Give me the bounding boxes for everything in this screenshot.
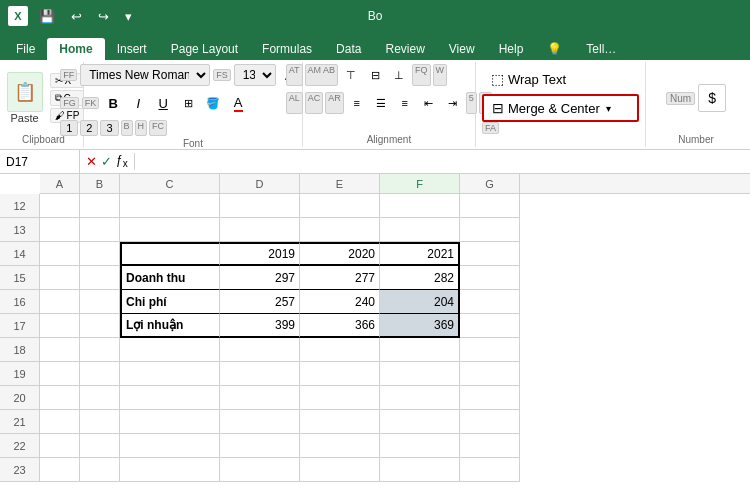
row-num-14[interactable]: 14 — [0, 242, 39, 266]
cell-f23[interactable] — [380, 458, 460, 482]
cell-b17[interactable] — [80, 314, 120, 338]
bold-button[interactable]: B — [102, 92, 124, 114]
cell-d12[interactable] — [220, 194, 300, 218]
cell-e21[interactable] — [300, 410, 380, 434]
confirm-formula-icon[interactable]: ✓ — [101, 154, 112, 169]
cell-c22[interactable] — [120, 434, 220, 458]
font-name-selector[interactable]: Times New Roman Arial Calibri — [80, 64, 210, 86]
cell-f12[interactable] — [380, 194, 460, 218]
fill-color-button[interactable]: 🪣 — [202, 92, 224, 114]
cell-c15[interactable]: Doanh thu — [120, 266, 220, 290]
tab-help[interactable]: Help — [487, 38, 536, 60]
row-num-20[interactable]: 20 — [0, 386, 39, 410]
redo-button[interactable]: ↪ — [93, 7, 114, 26]
cell-d17[interactable]: 399 — [220, 314, 300, 338]
cell-d15[interactable]: 297 — [220, 266, 300, 290]
cell-f13[interactable] — [380, 218, 460, 242]
cancel-formula-icon[interactable]: ✕ — [86, 154, 97, 169]
tab-formulas[interactable]: Formulas — [250, 38, 324, 60]
font-size-selector[interactable]: 13 11 12 14 — [234, 64, 276, 86]
row-num-18[interactable]: 18 — [0, 338, 39, 362]
cell-g17[interactable] — [460, 314, 520, 338]
row-num-12[interactable]: 12 — [0, 194, 39, 218]
cell-c13[interactable] — [120, 218, 220, 242]
cell-b15[interactable] — [80, 266, 120, 290]
cell-e13[interactable] — [300, 218, 380, 242]
cell-e23[interactable] — [300, 458, 380, 482]
col-header-b[interactable]: B — [80, 174, 120, 193]
right-align-button[interactable]: ≡ — [394, 92, 416, 114]
tab-page-layout[interactable]: Page Layout — [159, 38, 250, 60]
cell-e19[interactable] — [300, 362, 380, 386]
center-align-button[interactable]: ☰ — [370, 92, 392, 114]
cell-g20[interactable] — [460, 386, 520, 410]
font-color-button[interactable]: A — [227, 92, 249, 114]
col-header-d[interactable]: D — [220, 174, 300, 193]
cell-g18[interactable] — [460, 338, 520, 362]
cell-b20[interactable] — [80, 386, 120, 410]
top-align-button[interactable]: ⊤ — [340, 64, 362, 86]
cell-f14[interactable]: 2021 — [380, 242, 460, 266]
merge-dropdown-icon[interactable]: ▾ — [606, 103, 611, 114]
cell-f21[interactable] — [380, 410, 460, 434]
cell-b18[interactable] — [80, 338, 120, 362]
left-align-button[interactable]: ≡ — [346, 92, 368, 114]
merge-center-button[interactable]: ⊟ Merge & Center ▾ — [482, 94, 639, 122]
cell-c23[interactable] — [120, 458, 220, 482]
cell-f19[interactable] — [380, 362, 460, 386]
cell-g21[interactable] — [460, 410, 520, 434]
tab-home[interactable]: Home — [47, 38, 104, 60]
cell-e17[interactable]: 366 — [300, 314, 380, 338]
cell-c16[interactable]: Chi phí — [120, 290, 220, 314]
cell-g16[interactable] — [460, 290, 520, 314]
cell-e15[interactable]: 277 — [300, 266, 380, 290]
col-header-f[interactable]: F — [380, 174, 460, 193]
row-num-22[interactable]: 22 — [0, 434, 39, 458]
cell-b23[interactable] — [80, 458, 120, 482]
row-num-21[interactable]: 21 — [0, 410, 39, 434]
insert-function-icon[interactable]: ƒx — [116, 153, 128, 169]
tab-file[interactable]: File — [4, 38, 47, 60]
italic-button[interactable]: I — [127, 92, 149, 114]
cell-f15[interactable]: 282 — [380, 266, 460, 290]
cell-a15[interactable] — [40, 266, 80, 290]
cell-d14[interactable]: 2019 — [220, 242, 300, 266]
cell-e12[interactable] — [300, 194, 380, 218]
cell-g15[interactable] — [460, 266, 520, 290]
save-button[interactable]: 💾 — [34, 7, 60, 26]
tab-data[interactable]: Data — [324, 38, 373, 60]
cell-f18[interactable] — [380, 338, 460, 362]
formula-input[interactable] — [135, 150, 750, 173]
cell-a18[interactable] — [40, 338, 80, 362]
cell-a20[interactable] — [40, 386, 80, 410]
cell-c19[interactable] — [120, 362, 220, 386]
tab-review[interactable]: Review — [373, 38, 436, 60]
cell-d18[interactable] — [220, 338, 300, 362]
cell-c18[interactable] — [120, 338, 220, 362]
middle-align-button[interactable]: ⊟ — [364, 64, 386, 86]
cell-c20[interactable] — [120, 386, 220, 410]
tab-insert[interactable]: Insert — [105, 38, 159, 60]
cell-b19[interactable] — [80, 362, 120, 386]
num-badge-2[interactable]: 2 — [80, 120, 98, 136]
row-num-23[interactable]: 23 — [0, 458, 39, 482]
cell-e18[interactable] — [300, 338, 380, 362]
cell-f22[interactable] — [380, 434, 460, 458]
cell-e22[interactable] — [300, 434, 380, 458]
customize-button[interactable]: ▾ — [120, 7, 137, 26]
cell-f16[interactable]: 204 — [380, 290, 460, 314]
cell-g13[interactable] — [460, 218, 520, 242]
cell-f20[interactable] — [380, 386, 460, 410]
underline-button[interactable]: U — [152, 92, 174, 114]
cell-a21[interactable] — [40, 410, 80, 434]
cell-b13[interactable] — [80, 218, 120, 242]
currency-button[interactable]: $ — [698, 84, 726, 112]
num-badge-1[interactable]: 1 — [60, 120, 78, 136]
cell-d19[interactable] — [220, 362, 300, 386]
cell-g14[interactable] — [460, 242, 520, 266]
paste-button[interactable]: 📋 Paste — [3, 70, 47, 126]
cell-a17[interactable] — [40, 314, 80, 338]
cell-b12[interactable] — [80, 194, 120, 218]
cell-a13[interactable] — [40, 218, 80, 242]
undo-button[interactable]: ↩ — [66, 7, 87, 26]
